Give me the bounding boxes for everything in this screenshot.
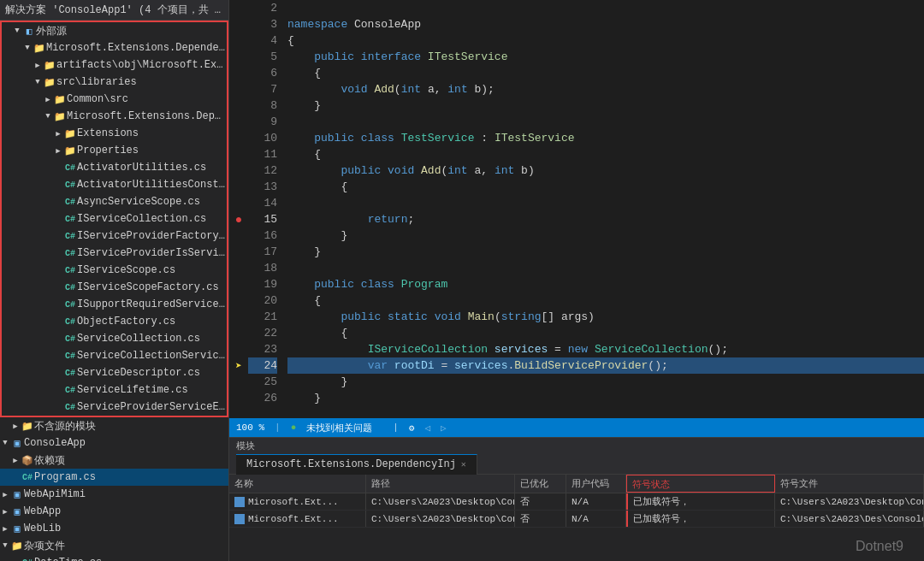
status-bar: 100 % | ● 未找到相关问题 | ⚙ ◁ ▷ — [229, 418, 924, 437]
cs-icon: C# — [63, 266, 77, 275]
token-public: public — [314, 49, 361, 65]
sidebar-item-async[interactable]: C# AsyncServiceScope.cs — [2, 193, 227, 210]
folder-icon: 📁 — [33, 43, 46, 54]
code-line-23: IServiceCollection services = new Servic… — [287, 341, 924, 357]
token-itestservice-2: ITestService — [495, 130, 575, 146]
sidebar-item-weblib[interactable]: ▶ ▣ WebLib — [0, 520, 228, 537]
line-num-17: 17 — [248, 244, 277, 260]
sidebar-item-servicelifetime[interactable]: C# ServiceLifetime.cs — [2, 381, 227, 399]
token-brace-13: { — [287, 179, 347, 195]
sidebar-item-label: 依赖项 — [34, 453, 65, 468]
nav-icon[interactable]: ⚙ — [409, 422, 415, 434]
token-brace-11: { — [287, 146, 321, 162]
sidebar-item-label: IServiceScope.cs — [77, 264, 175, 276]
sidebar-item-label: Extensions — [77, 127, 139, 139]
expand-arrow: ▶ — [33, 61, 43, 70]
sidebar-item-iserviceprovider[interactable]: C# IServiceProviderFactory.cs — [2, 227, 227, 245]
table-row-2[interactable]: Microsoft.Ext... C:\Users\2A023\Desktop\… — [229, 511, 924, 528]
token-consoleapp: ConsoleApp — [354, 16, 421, 32]
sidebar-item-label: Properties — [77, 145, 139, 156]
sidebar-item-servicecollectionex[interactable]: C# ServiceCollectionServiceEx — [2, 347, 227, 364]
expand-arrow: ▶ — [0, 507, 10, 517]
sidebar-item-artifacts[interactable]: ▶ 📁 artifacts\obj\Microsoft.Extension — [2, 56, 227, 74]
sidebar-item-label: 外部源 — [36, 24, 67, 38]
line-num-23: 23 — [248, 341, 277, 357]
sidebar-item-label: WebApiMimi — [24, 488, 86, 500]
sidebar-item-label: IServiceProviderFactory.cs — [77, 230, 227, 242]
sidebar-item-label: ObjectFactory.cs — [77, 316, 175, 328]
code-line-15: return ; — [287, 211, 924, 227]
gutter-line-4 — [229, 32, 248, 49]
cs-icon: C# — [63, 198, 77, 207]
line-num-24: 24 — [248, 357, 277, 374]
sidebar-item-webapp[interactable]: ▶ ▣ WebApp — [0, 503, 228, 520]
token-int1: int — [401, 81, 428, 97]
sidebar-item-activator[interactable]: C# ActivatorUtilities.cs — [2, 159, 227, 176]
sidebar-item-msextdep[interactable]: ▼ 📁 Microsoft.Extensions.Depend — [2, 108, 227, 125]
sidebar-item-nosource[interactable]: ▶ 📁 不含源的模块 — [0, 417, 228, 434]
sidebar-item-label: artifacts\obj\Microsoft.Extension — [56, 59, 227, 71]
line-num-20: 20 — [248, 292, 277, 309]
sidebar-item-program-selected[interactable]: C# Program.cs — [0, 469, 228, 486]
sidebar-item-serviceproviderserviceex[interactable]: C# ServiceProviderServiceExte — [2, 399, 227, 416]
sidebar-item-iservicescope[interactable]: C# IServiceScope.cs — [2, 262, 227, 279]
expand-arrow: ▶ — [53, 129, 63, 139]
cs-icon: C# — [63, 300, 77, 310]
sidebar-item-isupport[interactable]: C# ISupportRequiredService.c — [2, 296, 227, 313]
sidebar-item-external[interactable]: ▼ ◧ 外部源 — [2, 22, 227, 39]
token-brace-20: { — [287, 292, 321, 309]
token-string: string — [501, 309, 542, 325]
sidebar-item-activatorutil[interactable]: C# ActivatorUtilitiesConstructo — [2, 176, 227, 193]
zoom-level: 100 % — [236, 422, 264, 433]
line-num-6: 6 — [248, 65, 277, 81]
sidebar-item-src[interactable]: ▼ 📁 src\libraries — [2, 74, 227, 91]
sidebar-item-webapimimi[interactable]: ▶ ▣ WebApiMimi — [0, 486, 228, 503]
token-brace-6: { — [287, 65, 321, 81]
token-new-23: new — [568, 341, 595, 357]
sidebar-item-msext[interactable]: ▼ 📁 Microsoft.Extensions.DependencyIn — [2, 39, 227, 56]
sidebar-item-common[interactable]: ▶ 📁 Common\src — [2, 91, 227, 108]
sidebar-item-servicecollection[interactable]: C# ServiceCollection.cs — [2, 330, 227, 347]
token-brace-25: } — [287, 374, 347, 390]
line-num-2: 2 — [248, 0, 277, 16]
sidebar-item-label: IServiceProviderIsService.c — [77, 247, 227, 259]
table-row-1[interactable]: Microsoft.Ext... C:\Users\2A023\Desktop\… — [229, 493, 924, 511]
tab-close-icon[interactable]: ✕ — [461, 459, 466, 469]
sidebar-item-consoleapp[interactable]: ▼ ▣ ConsoleApp — [0, 434, 228, 452]
code-line-18 — [287, 260, 924, 276]
sidebar-item-iservicescopefactory[interactable]: C# IServiceScopeFactory.cs — [2, 279, 227, 296]
expand-arrow: ▼ — [22, 44, 33, 52]
cs-icon: C# — [21, 558, 34, 562]
token-itestservice: ITestService — [428, 49, 508, 65]
module-name-2: Microsoft.Ext... — [248, 514, 339, 524]
sidebar-item-extensions[interactable]: ▶ 📁 Extensions — [2, 125, 227, 142]
token-program: Program — [401, 276, 448, 292]
tab-modules[interactable]: Microsoft.Extensions.DependencyInj ✕ — [236, 454, 477, 475]
sidebar-item-properties[interactable]: ▶ 📁 Properties — [2, 142, 227, 159]
token-services: services — [495, 341, 548, 357]
module-name-1: Microsoft.Ext... — [248, 497, 339, 507]
code-line-22: { — [287, 325, 924, 341]
sidebar-item-servicedescriptor[interactable]: C# ServiceDescriptor.cs — [2, 364, 227, 381]
sidebar-item-objectfactory[interactable]: C# ObjectFactory.cs — [2, 313, 227, 330]
col-symbolstatus: 符号状态 — [626, 475, 775, 493]
code-line-16: } — [287, 227, 924, 244]
sidebar-item-iserviceproviderisservice[interactable]: C# IServiceProviderIsService.c — [2, 245, 227, 262]
sidebar-item-deps[interactable]: ▶ 📦 依赖项 — [0, 452, 228, 469]
sidebar-item-misc[interactable]: ▼ 📁 杂项文件 — [0, 537, 228, 554]
gutter-line-18 — [229, 260, 248, 276]
code-content[interactable]: namespace ConsoleApp { public interface … — [284, 0, 924, 418]
sidebar-item-label: Common\src — [67, 93, 128, 105]
token-void-21: void — [435, 309, 468, 325]
main-area: 解决方案 'ConsoleApp1' (4 个项目，共 4 个 ▼ ◧ 外部源 … — [0, 0, 924, 561]
token-brace-17: } — [287, 244, 321, 260]
line-num-11: 11 — [248, 146, 277, 162]
sidebar-item-iservicecollection[interactable]: C# IServiceCollection.cs — [2, 210, 227, 227]
code-line-6: { — [287, 65, 924, 81]
token-int-12a: int — [447, 162, 474, 179]
col-name: 名称 — [229, 475, 366, 493]
line-num-16: 16 — [248, 227, 277, 244]
expand-arrow: ▶ — [10, 456, 21, 465]
sidebar-item-datetime[interactable]: C# DateTime.cs — [0, 554, 228, 561]
code-line-2 — [287, 0, 924, 16]
